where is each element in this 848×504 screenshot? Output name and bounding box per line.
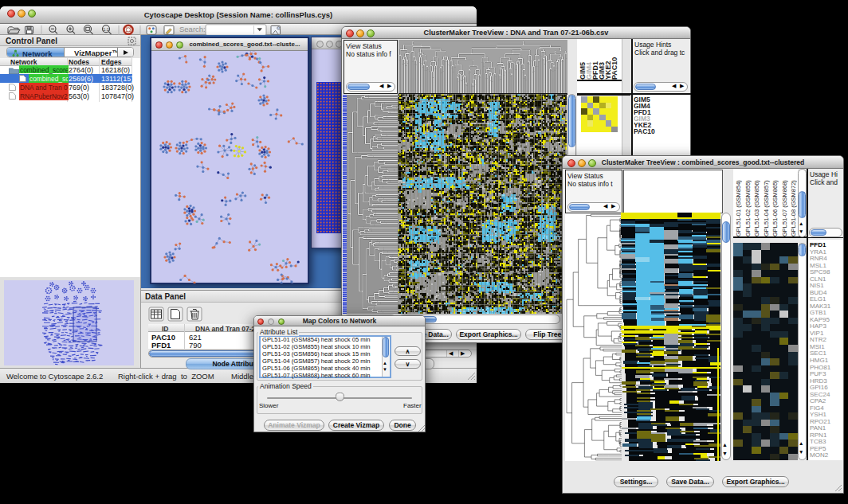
svg-text:1:1: 1:1	[103, 27, 109, 32]
svg-text:Search:: Search:	[179, 25, 206, 33]
